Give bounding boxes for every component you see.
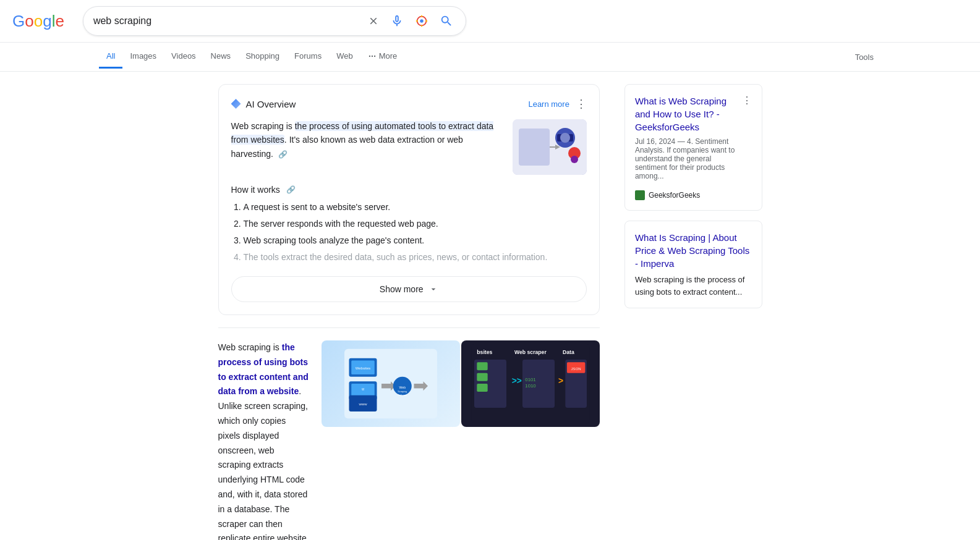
right-column: What is Web Scraping and How to Use It? … <box>624 84 762 540</box>
ai-diamond-icon <box>231 99 241 109</box>
svg-point-4 <box>374 55 375 56</box>
how-it-works-section: How it works 🔗 A request is sent to a we… <box>231 185 587 264</box>
link-icon: 🔗 <box>278 150 288 159</box>
camera-icon <box>415 14 428 28</box>
result-images: Websites W www Web Scraping Software <box>322 340 600 427</box>
tab-shopping[interactable]: Shopping <box>238 45 287 69</box>
ai-intro-paragraph: Web scraping is the process of using aut… <box>231 119 500 161</box>
svg-text:>: > <box>558 376 563 386</box>
svg-text:www: www <box>358 402 367 406</box>
tab-all[interactable]: All <box>99 45 122 69</box>
tab-web[interactable]: Web <box>329 45 360 69</box>
clear-button[interactable] <box>365 13 381 29</box>
search-button[interactable] <box>437 12 456 30</box>
right-card-title-1[interactable]: What is Web Scraping and How to Use It? … <box>635 95 742 133</box>
voice-search-button[interactable] <box>388 12 406 30</box>
search-input[interactable] <box>93 15 359 27</box>
svg-rect-34 <box>477 362 487 370</box>
right-card-title-2[interactable]: What Is Scraping | About Price & Web Scr… <box>635 231 752 270</box>
search-bar-container <box>83 6 466 36</box>
svg-text:bsites: bsites <box>477 349 492 355</box>
second-result-block: Web scraping is the process of using bot… <box>218 340 600 540</box>
list-item: The tools extract the desired data, such… <box>244 251 587 264</box>
svg-text:Websites: Websites <box>356 366 371 370</box>
ai-overview-header: AI Overview Learn more ⋮ <box>231 97 587 111</box>
svg-rect-6 <box>519 129 550 166</box>
tab-videos[interactable]: Videos <box>164 45 203 69</box>
right-card-more-icon[interactable]: ⋮ <box>742 95 752 106</box>
ai-more-icon[interactable]: ⋮ <box>576 97 587 111</box>
right-card-imperva: What Is Scraping | About Price & Web Scr… <box>624 221 762 308</box>
ai-overview-title: AI Overview <box>231 99 296 109</box>
google-logo: Google <box>12 12 64 31</box>
svg-text:Web: Web <box>399 386 406 389</box>
list-item: A request is sent to a website's server. <box>244 201 587 214</box>
search-icons <box>365 12 456 30</box>
svg-text:Scraping: Scraping <box>398 390 407 393</box>
list-item: The server responds with the requested w… <box>244 217 587 230</box>
svg-point-1 <box>420 19 424 23</box>
ai-overview-card: AI Overview Learn more ⋮ Web scraping is… <box>218 84 600 315</box>
how-it-works-title: How it works 🔗 <box>231 185 296 195</box>
ai-text: Web scraping is the process of using aut… <box>231 119 500 175</box>
result-text-col: Web scraping is the process of using bot… <box>218 340 309 540</box>
web-scraper-diagram: bsites Web scraper Data >> 0101 1010 > <box>462 344 599 424</box>
right-card-desc-2: Web scraping is the process of using bot… <box>635 274 752 298</box>
result-image-light: Websites W www Web Scraping Software <box>322 340 460 427</box>
source-label-1: GeeksforGeeks <box>649 191 700 200</box>
geeksforgeeks-logo <box>635 190 645 200</box>
tools-tab[interactable]: Tools <box>848 46 881 68</box>
search-icon <box>440 14 453 28</box>
svg-text:>>: >> <box>512 376 522 386</box>
result-content-row: Web scraping is the process of using bot… <box>218 340 600 540</box>
svg-point-2 <box>369 55 370 56</box>
svg-point-3 <box>371 55 372 56</box>
svg-rect-36 <box>477 384 487 392</box>
microphone-icon <box>390 14 404 28</box>
svg-text:Web scraper: Web scraper <box>514 349 547 355</box>
ai-thumbnail <box>513 119 587 175</box>
result-image-dark: bsites Web scraper Data >> 0101 1010 > <box>461 340 600 427</box>
how-it-works-list: A request is sent to a website's server.… <box>231 201 587 264</box>
lens-button[interactable] <box>412 12 431 30</box>
left-column: AI Overview Learn more ⋮ Web scraping is… <box>218 84 600 540</box>
svg-text:Software: Software <box>398 394 407 397</box>
svg-text:Data: Data <box>563 349 574 355</box>
svg-text:1010: 1010 <box>525 383 536 389</box>
tab-forums[interactable]: Forums <box>287 45 329 69</box>
right-card-geeksforgeeks: What is Web Scraping and How to Use It? … <box>624 84 762 211</box>
main-content: AI Overview Learn more ⋮ Web scraping is… <box>119 72 861 540</box>
chevron-down-icon <box>428 284 438 294</box>
divider <box>218 327 600 328</box>
web-scraping-diagram: Websites W www Web Scraping Software <box>344 344 437 424</box>
learn-more-link[interactable]: Learn more <box>528 99 569 109</box>
tab-news[interactable]: News <box>203 45 239 69</box>
tab-more[interactable]: More <box>360 45 405 69</box>
ai-thumbnail-image <box>513 119 587 175</box>
result-paragraph: Web scraping is the process of using bot… <box>218 340 309 540</box>
header: Google <box>0 0 980 43</box>
ai-overview-actions: Learn more ⋮ <box>528 97 586 111</box>
right-card-source-1: GeeksforGeeks <box>635 190 752 200</box>
list-item: Web scraping tools analyze the page's co… <box>244 234 587 247</box>
show-more-button[interactable]: Show more <box>231 276 587 302</box>
svg-rect-35 <box>477 373 487 381</box>
link-icon-2: 🔗 <box>286 185 296 194</box>
svg-point-9 <box>560 133 570 143</box>
clear-icon <box>368 15 379 27</box>
svg-text:0101: 0101 <box>525 377 535 382</box>
tab-images[interactable]: Images <box>122 45 164 69</box>
svg-text:W: W <box>362 388 365 391</box>
nav-tabs: All Images Videos News Shopping Forums W… <box>0 43 980 72</box>
right-card-meta-1: Jul 16, 2024 — 4. Sentiment Analysis. If… <box>635 137 742 180</box>
dots-icon <box>368 52 377 61</box>
search-bar <box>83 6 466 36</box>
svg-text:JSON: JSON <box>571 367 581 371</box>
svg-point-13 <box>571 156 578 163</box>
ai-content-row: Web scraping is the process of using aut… <box>231 119 587 175</box>
